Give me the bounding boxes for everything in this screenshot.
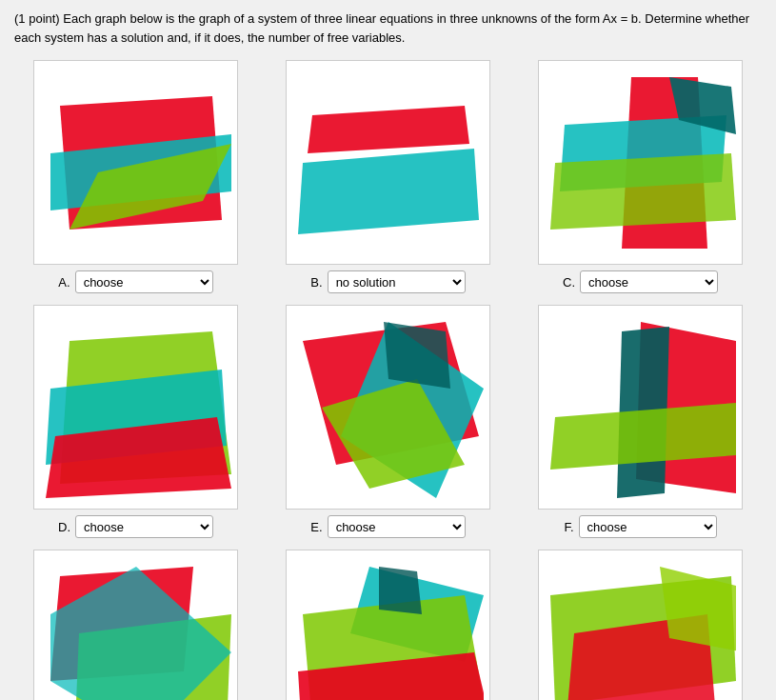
- select-A[interactable]: choose no solution unique solution 1 fre…: [75, 270, 213, 293]
- label-row-D: D. choose no solution unique solution 1 …: [58, 515, 213, 538]
- label-row-C: C. choose no solution unique solution 1 …: [563, 270, 718, 293]
- cell-F: F. choose no solution unique solution 1 …: [519, 305, 762, 538]
- image-G: [33, 550, 238, 700]
- label-letter-A: A.: [58, 275, 70, 290]
- image-D: [33, 305, 238, 510]
- cell-A: A. choose no solution unique solution 1 …: [14, 60, 257, 293]
- select-F[interactable]: choose no solution unique solution 1 fre…: [579, 515, 717, 538]
- label-letter-D: D.: [58, 520, 70, 534]
- svg-marker-7: [550, 153, 736, 230]
- label-row-F: F. choose no solution unique solution 1 …: [564, 515, 716, 538]
- image-E: [286, 305, 490, 510]
- svg-marker-25: [379, 567, 422, 614]
- cell-I: I. choose no solution unique solution 1 …: [519, 550, 762, 700]
- cell-C: C. choose no solution unique solution 1 …: [519, 60, 762, 293]
- select-E[interactable]: choose no solution unique solution 1 fre…: [328, 515, 466, 538]
- cell-B: B. choose no solution unique solution 1 …: [267, 60, 509, 293]
- cell-G: G. choose no solution unique solution 1 …: [14, 550, 257, 700]
- cell-E: E. choose no solution unique solution 1 …: [267, 305, 509, 538]
- label-letter-F: F.: [564, 520, 573, 534]
- label-letter-B: B.: [310, 275, 322, 290]
- svg-marker-4: [298, 149, 479, 234]
- label-row-A: A. choose no solution unique solution 1 …: [58, 270, 212, 293]
- image-H: [286, 550, 490, 700]
- cell-D: D. choose no solution unique solution 1 …: [14, 305, 257, 538]
- label-letter-C: C.: [563, 275, 575, 290]
- cell-H: H. choose no solution unique solution 1 …: [267, 550, 509, 700]
- select-C[interactable]: choose no solution unique solution 1 fre…: [580, 270, 718, 293]
- label-row-B: B. choose no solution unique solution 1 …: [310, 270, 465, 293]
- image-A: [33, 60, 238, 265]
- label-letter-E: E.: [310, 520, 322, 534]
- svg-marker-3: [308, 106, 469, 153]
- image-I: [538, 550, 743, 700]
- graph-grid: A. choose no solution unique solution 1 …: [14, 60, 762, 700]
- select-D[interactable]: choose no solution unique solution 1 fre…: [75, 515, 213, 538]
- intro-text: (1 point) Each graph below is the graph …: [14, 10, 762, 47]
- image-B: [286, 60, 490, 265]
- label-row-E: E. choose no solution unique solution 1 …: [310, 515, 465, 538]
- svg-marker-15: [384, 322, 450, 389]
- image-C: [538, 60, 743, 265]
- select-B[interactable]: choose no solution unique solution 1 fre…: [328, 270, 466, 293]
- image-F: [538, 305, 743, 510]
